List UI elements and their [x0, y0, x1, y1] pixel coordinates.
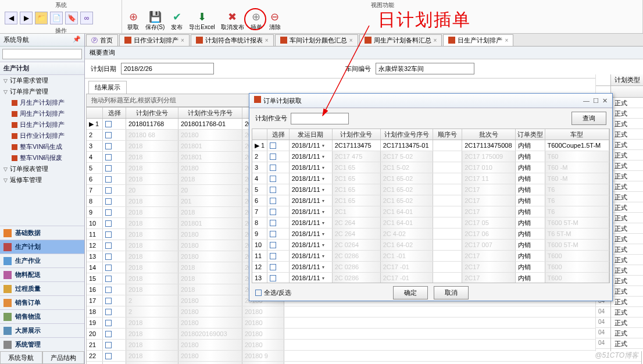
foot-tab-nav[interactable]: 系统导航	[0, 351, 42, 364]
cancel-publish-button[interactable]: ✖取消发布	[219, 9, 247, 33]
table-row[interactable]: 92018/1/11▾2C 2642C 4-022C17 06内销T6 5T-M	[252, 229, 609, 240]
row-checkbox[interactable]	[105, 165, 112, 172]
cat-item[interactable]: 过程质量	[0, 281, 84, 295]
row-checkbox[interactable]	[105, 231, 112, 238]
nav-item[interactable]: 周生产计划排产	[0, 108, 84, 119]
cat-item[interactable]: 销售订单	[0, 295, 84, 309]
dropdown-icon[interactable]: ▾	[320, 242, 326, 248]
shop-input[interactable]	[376, 63, 474, 74]
modal-query-button[interactable]: 查询	[571, 112, 606, 125]
tab-daily-job[interactable]: 日作业计划排产×	[119, 34, 190, 46]
cat-item[interactable]: 生产计划	[0, 240, 84, 254]
dropdown-icon[interactable]: ▾	[320, 265, 326, 270]
tab-week[interactable]: 周生产计划备料汇总×	[359, 34, 442, 46]
row-checkbox[interactable]	[270, 142, 276, 149]
nav-item[interactable]: 日作业计划排产	[0, 130, 84, 141]
cat-item[interactable]: 物料配送	[0, 267, 84, 281]
row-checkbox[interactable]	[105, 132, 112, 138]
table-row[interactable]: 32018/1/11▾2C1 652C1 5-022C17 010内销T60 -…	[252, 162, 609, 173]
nav-return[interactable]: ▽返修车管理	[0, 174, 84, 185]
nav-sched[interactable]: ▽订单排产管理	[0, 86, 84, 97]
table-row[interactable]: 1920182018020180	[87, 317, 641, 329]
row-checkbox[interactable]	[105, 353, 112, 359]
table-row[interactable]: 72018/1/11▾2C12C1 64-012C17内销T6	[252, 206, 609, 217]
row-checkbox[interactable]	[270, 176, 276, 182]
row-checkbox[interactable]	[105, 331, 112, 337]
folder-button[interactable]: 📁	[35, 12, 48, 24]
row-checkbox[interactable]	[270, 253, 276, 259]
row-checkbox[interactable]	[105, 287, 112, 293]
nav-item[interactable]: 整车VIN码报废	[0, 152, 84, 163]
pin-icon[interactable]: 📌	[73, 35, 81, 44]
row-checkbox[interactable]	[270, 154, 276, 160]
row-checkbox[interactable]	[270, 242, 276, 248]
cat-item[interactable]: 大屏展示	[0, 323, 84, 337]
table-row[interactable]: 52018/1/11▾2C1 652C1 65-022C17内销T6	[252, 184, 609, 195]
dropdown-icon[interactable]: ▾	[320, 276, 326, 281]
save-button[interactable]: 💾保存(S)	[143, 9, 167, 33]
bookmark-button[interactable]: 🔖	[65, 12, 78, 24]
dropdown-icon[interactable]: ▾	[320, 209, 326, 215]
dropdown-icon[interactable]: ▾	[320, 220, 326, 226]
close-icon[interactable]: ✕	[602, 97, 608, 105]
close-icon[interactable]: ×	[349, 37, 353, 44]
row-checkbox[interactable]	[105, 265, 112, 271]
tab-daily-plan[interactable]: 日生产计划排产×	[443, 34, 513, 46]
dropdown-icon[interactable]: ▾	[320, 176, 326, 181]
vs-button[interactable]: ∞	[80, 12, 93, 24]
nav-demand[interactable]: ▽订单需求管理	[0, 75, 84, 86]
minimize-icon[interactable]: —	[583, 97, 590, 105]
dropdown-icon[interactable]: ▾	[320, 165, 326, 170]
close-icon[interactable]: ×	[505, 37, 508, 44]
cat-item[interactable]: 基础数据	[0, 226, 84, 240]
back-button[interactable]: ◀	[5, 12, 17, 24]
row-checkbox[interactable]	[105, 254, 112, 260]
ok-button[interactable]: 确定	[393, 286, 428, 299]
tab-stat[interactable]: 计划符合率统计报表×	[191, 34, 274, 46]
table-row[interactable]: 122018/1/11▾2C 02862C17 -012C17内销T600	[252, 262, 609, 273]
table-row[interactable]: 42018/1/11▾2C1 652C1 65-022C17 11内销T60 -…	[252, 173, 609, 184]
fetch-button[interactable]: ⊕获取	[124, 9, 142, 33]
close-icon[interactable]: ×	[434, 37, 437, 44]
table-row[interactable]: 1822018020180	[87, 306, 641, 317]
row-checkbox[interactable]	[105, 143, 112, 149]
table-row[interactable]: 202018201802016900320180	[87, 329, 641, 340]
row-checkbox[interactable]	[270, 165, 276, 171]
row-checkbox[interactable]	[270, 209, 276, 215]
table-row[interactable]: 2120182018020180	[87, 340, 641, 351]
table-row[interactable]: 23201820180201801	[87, 362, 641, 364]
dropdown-icon[interactable]: ▾	[320, 187, 326, 192]
table-row[interactable]: 62018/1/11▾2C1 652C1 65-022C17内销T6	[252, 195, 609, 206]
export-excel-button[interactable]: ⬇导出Excel	[187, 9, 217, 33]
nav-report[interactable]: ▽订单报表管理	[0, 163, 84, 174]
maximize-icon[interactable]: ☐	[593, 97, 599, 105]
cancel-button[interactable]: 取消	[434, 286, 469, 299]
row-checkbox[interactable]	[105, 187, 112, 194]
row-checkbox[interactable]	[105, 121, 112, 127]
row-checkbox[interactable]	[105, 342, 112, 348]
plan-date-input[interactable]	[121, 63, 214, 74]
select-all-checkbox[interactable]	[255, 290, 262, 296]
row-checkbox[interactable]	[105, 154, 112, 160]
dropdown-icon[interactable]: ▾	[320, 231, 326, 237]
nav-item[interactable]: 日生产计划排产	[0, 119, 84, 130]
nav-item[interactable]: 月生产计划排产	[0, 97, 84, 108]
cat-item[interactable]: 销售物流	[0, 309, 84, 323]
row-checkbox[interactable]	[105, 276, 112, 282]
nav-item[interactable]: 整车VIN码生成	[0, 141, 84, 152]
tab-home[interactable]: Ⓟ首页	[86, 34, 118, 46]
table-row[interactable]: 2220182018020180 9	[87, 351, 641, 362]
row-checkbox[interactable]	[105, 209, 112, 216]
publish-button[interactable]: ✔发布	[168, 9, 185, 33]
result-tab[interactable]: 结果展示	[88, 81, 127, 94]
row-checkbox[interactable]	[270, 231, 276, 237]
dropdown-icon[interactable]: ▾	[320, 198, 326, 204]
tab-color[interactable]: 车间计划分颜色汇总×	[275, 34, 358, 46]
table-row[interactable]: 112018/1/11▾2C 02862C1 -012C17内销T600	[252, 251, 609, 262]
close-icon[interactable]: ×	[265, 37, 269, 44]
foot-tab-product[interactable]: 产品结构	[42, 351, 85, 364]
table-row[interactable]: 82018/1/11▾2C 2642C1 64-012C17 05内销T600 …	[252, 217, 609, 229]
table-row[interactable]: ▶ 12018/1/11▾2C171134752C17113475-012C17…	[252, 140, 609, 151]
cat-item[interactable]: 生产作业	[0, 254, 84, 267]
row-checkbox[interactable]	[105, 242, 112, 249]
